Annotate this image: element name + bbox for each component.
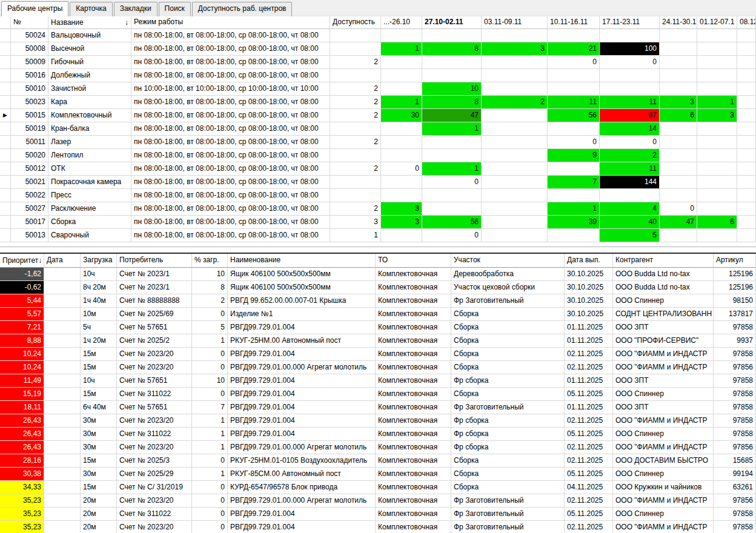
cell-due-date[interactable]: 05.11.2025 [565, 388, 613, 401]
column-header-week[interactable]: 27.10-02.11 [422, 16, 482, 29]
cell-date[interactable] [44, 348, 81, 361]
cell-week-load[interactable] [660, 29, 697, 42]
cell-consumer[interactable]: Счет № 311022 [117, 428, 192, 441]
cell-name[interactable]: Лентопил [48, 149, 131, 162]
cell-contractor[interactable]: СОДНТ ЦЕНТРАЛИЗОВАНН [613, 308, 714, 321]
cell-week-load[interactable] [600, 82, 660, 96]
column-header-priority[interactable]: Приоритет↓ [0, 254, 44, 268]
column-header-section[interactable]: Участок [451, 254, 565, 268]
cell-priority[interactable]: 26,43 [0, 414, 44, 428]
cell-to[interactable]: Комплектовочная [376, 374, 451, 388]
cell-priority[interactable]: 18,11 [0, 401, 44, 414]
cell-due-date[interactable]: 01.11.2025 [565, 401, 613, 414]
cell-week-load[interactable]: 1 [422, 162, 482, 176]
cell-due-date[interactable]: 05.11.2025 [565, 428, 613, 441]
table-row[interactable]: 50022Пресспн 08:00-18:00, вт 08:00-18:00… [0, 189, 756, 202]
cell-week-load[interactable] [482, 122, 548, 136]
table-row[interactable]: -0,628ч 20мСчет № 2023/18Ящик 406100 500… [0, 281, 756, 294]
cell-load-percent[interactable]: 1 [192, 441, 228, 454]
cell-week-load[interactable]: 0 [548, 56, 600, 69]
cell-item-name[interactable]: РВГД99.729.01.004 [228, 401, 376, 414]
cell-article[interactable]: 9937 [714, 334, 756, 348]
cell-week-load[interactable]: 0 [381, 162, 422, 176]
cell-date[interactable] [44, 454, 81, 468]
cell-load-percent[interactable]: 0 [192, 481, 228, 494]
table-row[interactable]: 5,5710мСчет № 2025/690Изделие №1Комплект… [0, 308, 756, 321]
cell-contractor[interactable]: ООО ЗПТ [613, 401, 714, 414]
cell-consumer[interactable]: Счет № С/ 31/2019 [117, 481, 192, 494]
cell-week-load[interactable] [600, 29, 660, 42]
cell-consumer[interactable]: Счет № 311022 [117, 388, 192, 401]
cell-load-percent[interactable]: 0 [192, 388, 228, 401]
cell-load[interactable]: 10м [81, 308, 117, 321]
cell-priority[interactable]: 5,57 [0, 308, 44, 321]
cell-week-load[interactable]: 1 [548, 202, 600, 216]
row-selector-cell[interactable] [0, 216, 11, 229]
cell-contractor[interactable]: ООО Budda Ltd no-tax [613, 281, 714, 294]
cell-week-load[interactable] [660, 42, 697, 56]
cell-number[interactable]: 50015 [11, 109, 48, 122]
cell-week-load[interactable]: 1 [381, 96, 422, 109]
table-row[interactable]: 34,3315мСчет № С/ 31/20190КУРД-6547/9657… [0, 481, 756, 494]
cell-week-load[interactable] [600, 69, 660, 82]
cell-week-load[interactable] [697, 42, 737, 56]
column-header-due[interactable]: Дата вып. [565, 254, 613, 268]
cell-week-load[interactable] [737, 202, 756, 216]
cell-week-load[interactable] [737, 176, 756, 189]
cell-availability[interactable]: 1 [330, 229, 381, 242]
cell-week-load[interactable] [548, 29, 600, 42]
cell-due-date[interactable]: 30.10.2025 [565, 268, 613, 281]
cell-load[interactable]: 30м [81, 414, 117, 428]
cell-date[interactable] [44, 401, 81, 414]
cell-load[interactable]: 1ч 20м [81, 334, 117, 348]
cell-week-load[interactable]: 39 [548, 216, 600, 229]
cell-priority[interactable]: -0,62 [0, 281, 44, 294]
row-selector-cell[interactable] [0, 136, 11, 149]
cell-name[interactable]: Расключение [48, 202, 131, 216]
cell-to[interactable]: Комплектовочная [376, 401, 451, 414]
cell-schedule[interactable]: пн 08:00-18:00, вт 08:00-18:00, ср 08:00… [131, 202, 330, 216]
cell-article[interactable]: 97858 [714, 348, 756, 361]
cell-week-load[interactable] [697, 29, 737, 42]
cell-availability[interactable] [330, 42, 381, 56]
table-row[interactable]: 50010Зачистнойпн 10:00-18:00, вт 10:00-1… [0, 82, 756, 96]
cell-date[interactable] [44, 281, 81, 294]
cell-priority[interactable]: 28,16 [0, 454, 44, 468]
cell-week-load[interactable]: 40 [600, 216, 660, 229]
cell-priority[interactable]: 35,23 [0, 508, 44, 521]
cell-schedule[interactable]: пн 08:00-18:00, вт 08:00-18:00, ср 08:00… [131, 162, 330, 176]
cell-schedule[interactable]: пн 08:00-18:00, вт 08:00-18:00, ср 08:00… [131, 96, 330, 109]
cell-number[interactable]: 50012 [11, 162, 48, 176]
cell-week-load[interactable] [660, 176, 697, 189]
column-header-consumer[interactable]: Потребитель [117, 254, 192, 268]
cell-due-date[interactable]: 01.11.2025 [565, 321, 613, 334]
table-row[interactable]: 50008Высечнойпн 08:00-18:00, вт 08:00-18… [0, 42, 756, 56]
cell-schedule[interactable]: пн 08:00-18:00, вт 08:00-18:00, ср 08:00… [131, 216, 330, 229]
cell-week-load[interactable] [737, 56, 756, 69]
cell-week-load[interactable]: 11 [548, 96, 600, 109]
cell-name[interactable]: Покрасочная камера [48, 176, 131, 189]
cell-article[interactable]: 97858 [714, 521, 756, 533]
cell-availability[interactable]: 2 [330, 162, 381, 176]
cell-priority[interactable]: 7,21 [0, 321, 44, 334]
table-row[interactable]: 10,2415мСчет № 2023/200РВГД99.729.01.004… [0, 348, 756, 361]
cell-consumer[interactable]: Счет № 88888888 [117, 294, 192, 308]
cell-week-load[interactable] [660, 82, 697, 96]
table-row[interactable]: 50020Лентопилпн 08:00-18:00, вт 08:00-18… [0, 149, 756, 162]
cell-section[interactable]: Фр Заготовительный [451, 494, 565, 508]
cell-week-load[interactable] [482, 136, 548, 149]
table-row[interactable]: 50023Карапн 08:00-18:00, вт 08:00-18:00,… [0, 96, 756, 109]
cell-name[interactable]: Сборка [48, 216, 131, 229]
cell-week-load[interactable]: 6 [660, 109, 697, 122]
cell-number[interactable]: 50023 [11, 96, 48, 109]
cell-item-name[interactable]: РВГД99.729.01.00.000 Агрегат молотиль [228, 361, 376, 374]
cell-article[interactable]: 63261 [714, 481, 756, 494]
cell-week-load[interactable] [697, 56, 737, 69]
cell-section[interactable]: Сборка [451, 308, 565, 321]
row-selector-cell[interactable] [0, 96, 11, 109]
cell-consumer[interactable]: Счет № 2023/20 [117, 361, 192, 374]
cell-contractor[interactable]: ООО Кружкин и чайников [613, 481, 714, 494]
cell-consumer[interactable]: Счет № 57651 [117, 321, 192, 334]
cell-name[interactable]: Комплектовочный [48, 109, 131, 122]
cell-week-load[interactable] [697, 162, 737, 176]
